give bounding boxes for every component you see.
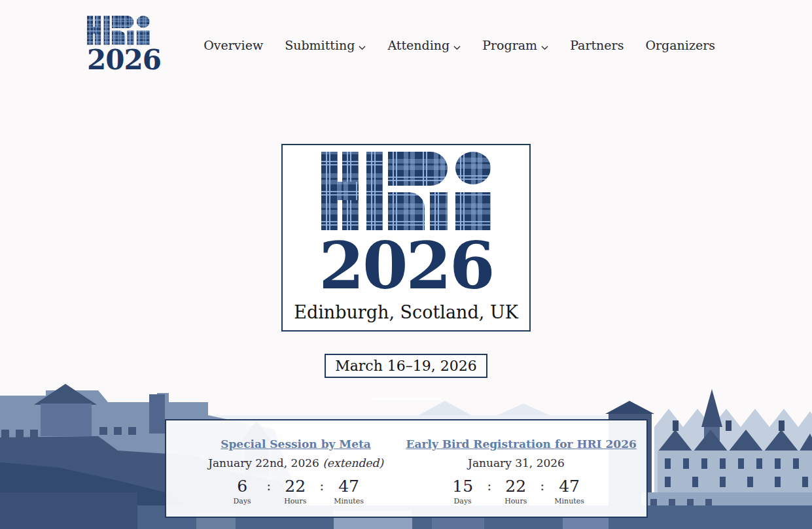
letter-i (455, 152, 491, 230)
countdown-special-session: Special Session by Meta January 22nd, 20… (186, 420, 406, 517)
nav-item-attending[interactable]: Attending (387, 37, 461, 53)
nav-label: Submitting (285, 38, 355, 52)
minutes-label: Minutes (334, 497, 364, 505)
countdown-minutes: 47 Minutes (554, 477, 584, 505)
hours-label: Hours (504, 497, 527, 505)
letter-r (104, 16, 134, 44)
main-content: 2026 Edinburgh, Scotland, UK March 16–19… (0, 144, 812, 518)
colon-separator: : (319, 477, 324, 494)
nav-item-submitting[interactable]: Submitting (285, 37, 366, 53)
main-nav: Overview Submitting Attending Program Pa… (203, 37, 715, 53)
special-session-link[interactable]: Special Session by Meta (221, 437, 371, 451)
nav-item-partners[interactable]: Partners (570, 38, 624, 52)
deadline-date: January 22nd, 2026 (extended) (186, 456, 406, 469)
letter-i (137, 16, 150, 44)
colon-separator: : (487, 477, 491, 494)
hours-label: Hours (284, 497, 306, 505)
countdown-minutes: 47 Minutes (334, 477, 364, 505)
minutes-value: 47 (338, 477, 359, 495)
header-logo-year: 2026 (87, 46, 161, 74)
hri-lettermark (87, 16, 150, 44)
nav-label: Overview (203, 38, 263, 52)
nav-label: Partners (570, 38, 624, 52)
letter-h (87, 16, 101, 44)
hero-logo-year: 2026 (294, 233, 518, 298)
hero-logo-location: Edinburgh, Scotland, UK (294, 302, 518, 322)
header-logo[interactable]: 2026 (87, 16, 161, 74)
hri-lettermark (321, 152, 491, 230)
hours-value: 22 (505, 477, 526, 495)
colon-separator: : (266, 477, 271, 494)
nav-item-organizers[interactable]: Organizers (645, 38, 715, 52)
minutes-label: Minutes (554, 497, 584, 505)
colon-separator: : (540, 477, 544, 494)
countdown-days: 15 Days (448, 477, 477, 505)
nav-label: Program (482, 38, 537, 52)
countdown-early-bird: Early Bird Registration for HRI 2026 Jan… (406, 420, 627, 517)
countdown-hours: 22 Hours (281, 477, 309, 505)
conference-dates-badge: March 16–19, 2026 (325, 354, 487, 378)
deadline-date-text: January 31, 2026 (468, 456, 565, 469)
countdown-timer: 6 Days : 22 Hours : 47 Minutes (186, 477, 406, 505)
letter-r (366, 152, 448, 230)
deadline-countdown-panel: Special Session by Meta January 22nd, 20… (165, 419, 648, 518)
nav-label: Attending (387, 38, 450, 52)
nav-item-overview[interactable]: Overview (203, 38, 263, 52)
chevron-down-icon (359, 39, 366, 53)
header-logo-tartan-letters (87, 16, 152, 46)
deadline-date-text: January 22nd, 2026 (208, 456, 319, 469)
days-label: Days (234, 497, 251, 505)
hero-conference-logo: 2026 Edinburgh, Scotland, UK (281, 144, 531, 332)
chevron-down-icon (541, 39, 548, 53)
days-value: 6 (237, 477, 247, 495)
countdown-timer: 15 Days : 22 Hours : 47 Minutes (406, 477, 627, 505)
letter-h (321, 152, 359, 230)
nav-item-program[interactable]: Program (482, 37, 548, 53)
nav-label: Organizers (645, 38, 715, 52)
days-label: Days (454, 497, 472, 505)
deadline-date-note: (extended) (323, 456, 383, 469)
early-bird-registration-link[interactable]: Early Bird Registration for HRI 2026 (406, 437, 637, 451)
site-header: 2026 Overview Submitting Attending Progr… (0, 0, 812, 92)
minutes-value: 47 (559, 477, 580, 495)
chevron-down-icon (453, 39, 461, 53)
hours-value: 22 (285, 477, 306, 495)
countdown-hours: 22 Hours (501, 477, 530, 505)
countdown-days: 6 Days (228, 477, 256, 505)
section-divider (371, 398, 442, 400)
days-value: 15 (452, 477, 473, 495)
deadline-date: January 31, 2026 (406, 456, 627, 469)
